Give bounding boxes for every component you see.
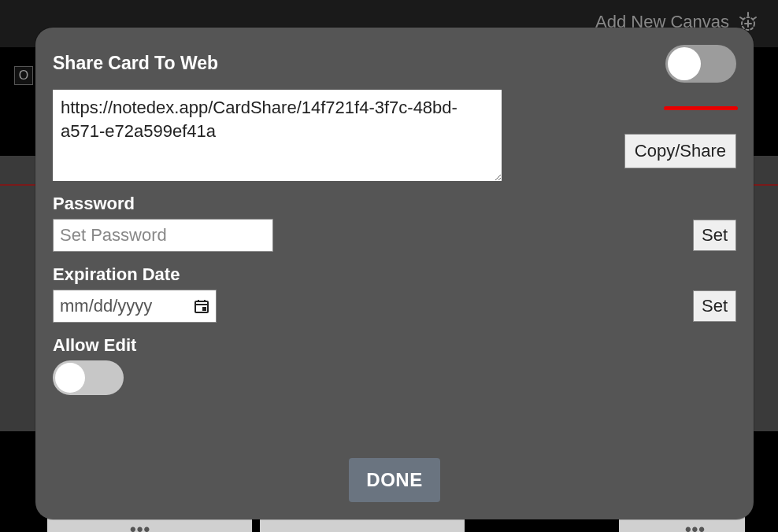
- share-card-dialog: Share Card To Web Copy/Share Password Se…: [35, 28, 754, 519]
- toggle-highlight-underline: [664, 106, 738, 110]
- dialog-title: Share Card To Web: [53, 53, 218, 74]
- allow-edit-toggle[interactable]: [53, 360, 124, 395]
- toggle-knob: [668, 47, 701, 80]
- share-url-textarea[interactable]: [53, 90, 502, 181]
- left-small-button[interactable]: O: [14, 66, 33, 85]
- toggle-knob: [55, 363, 85, 393]
- svg-line-4: [740, 17, 743, 19]
- expiration-set-button[interactable]: Set: [693, 290, 736, 322]
- done-button[interactable]: DONE: [349, 458, 439, 502]
- expiration-date-input[interactable]: mm/dd/yyyy: [53, 290, 217, 323]
- ellipsis-icon: •••: [130, 519, 150, 532]
- svg-line-5: [754, 17, 756, 19]
- password-input[interactable]: [53, 219, 273, 252]
- allow-edit-label: Allow Edit: [53, 335, 736, 356]
- share-enable-toggle[interactable]: [665, 45, 736, 83]
- password-set-button[interactable]: Set: [693, 220, 736, 251]
- copy-share-button[interactable]: Copy/Share: [624, 134, 736, 168]
- expiration-date-placeholder: mm/dd/yyyy: [60, 296, 152, 316]
- password-label: Password: [53, 194, 736, 214]
- expiration-label: Expiration Date: [53, 264, 736, 285]
- ellipsis-icon: •••: [685, 519, 706, 532]
- svg-rect-10: [202, 307, 206, 311]
- calendar-icon: [194, 298, 209, 314]
